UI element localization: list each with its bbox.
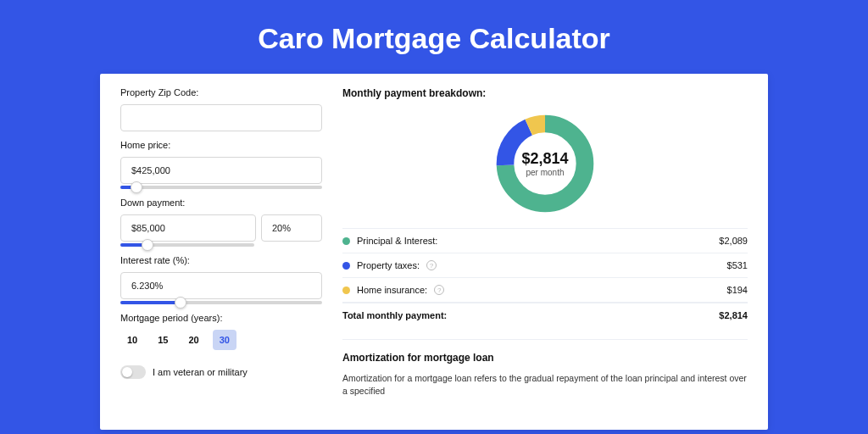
- down-payment-slider[interactable]: [120, 243, 254, 247]
- donut-chart: $2,814 per month: [342, 111, 748, 216]
- help-icon[interactable]: ?: [434, 285, 444, 295]
- home-price-label: Home price:: [120, 140, 322, 150]
- period-btn-10[interactable]: 10: [120, 330, 144, 350]
- breakdown-row: Principal & Interest:$2,089: [342, 228, 748, 253]
- donut-amount: $2,814: [521, 150, 568, 168]
- period-buttons: 10152030: [120, 330, 322, 350]
- veteran-toggle[interactable]: [120, 365, 146, 379]
- down-payment-pct-input[interactable]: [261, 214, 322, 242]
- total-label: Total monthly payment:: [342, 310, 447, 320]
- interest-rate-slider[interactable]: [120, 301, 322, 304]
- breakdown-value: $531: [727, 260, 748, 270]
- breakdown-row: Property taxes:?$531: [342, 253, 748, 277]
- interest-rate-thumb[interactable]: [175, 297, 186, 309]
- breakdown-panel: Monthly payment breakdown: $2,814 per mo…: [331, 74, 768, 430]
- breakdown-value: $2,089: [719, 236, 748, 246]
- page-title: Caro Mortgage Calculator: [0, 0, 868, 74]
- down-payment-thumb[interactable]: [142, 239, 153, 251]
- down-payment-label: Down payment:: [120, 198, 322, 208]
- breakdown-value: $194: [727, 285, 748, 295]
- card-wrapper: Property Zip Code: Home price: Down paym…: [0, 74, 868, 430]
- home-price-thumb[interactable]: [131, 181, 142, 193]
- donut-sub: per month: [526, 168, 564, 177]
- total-row: Total monthly payment: $2,814: [342, 303, 748, 327]
- down-payment-input[interactable]: [120, 214, 256, 242]
- home-price-slider[interactable]: [120, 186, 322, 189]
- help-icon[interactable]: ?: [426, 260, 437, 270]
- breakdown-label: Home insurance:: [357, 285, 427, 295]
- interest-rate-input[interactable]: [120, 272, 322, 299]
- legend-dot: [342, 262, 350, 270]
- breakdown-title: Monthly payment breakdown:: [342, 87, 748, 99]
- breakdown-label: Principal & Interest:: [357, 236, 437, 246]
- zip-input[interactable]: [120, 104, 322, 131]
- breakdown-row: Home insurance:?$194: [342, 277, 748, 303]
- zip-label: Property Zip Code:: [120, 87, 322, 97]
- period-btn-30[interactable]: 30: [213, 330, 236, 350]
- mortgage-period-label: Mortgage period (years):: [120, 313, 322, 323]
- veteran-label: I am veteran or military: [153, 367, 248, 377]
- amortization-body: Amortization for a mortgage loan refers …: [342, 372, 748, 397]
- period-btn-15[interactable]: 15: [151, 330, 175, 350]
- amortization-title: Amortization for mortgage loan: [342, 339, 748, 364]
- period-btn-20[interactable]: 20: [182, 330, 206, 350]
- breakdown-label: Property taxes:: [357, 260, 420, 270]
- calculator-card: Property Zip Code: Home price: Down paym…: [100, 74, 768, 430]
- form-panel: Property Zip Code: Home price: Down paym…: [100, 74, 331, 430]
- legend-dot: [342, 237, 350, 245]
- breakdown-lines: Principal & Interest:$2,089Property taxe…: [342, 228, 748, 303]
- home-price-input[interactable]: [120, 157, 322, 184]
- legend-dot: [342, 287, 350, 294]
- interest-rate-label: Interest rate (%):: [120, 255, 322, 265]
- total-value: $2,814: [719, 310, 748, 320]
